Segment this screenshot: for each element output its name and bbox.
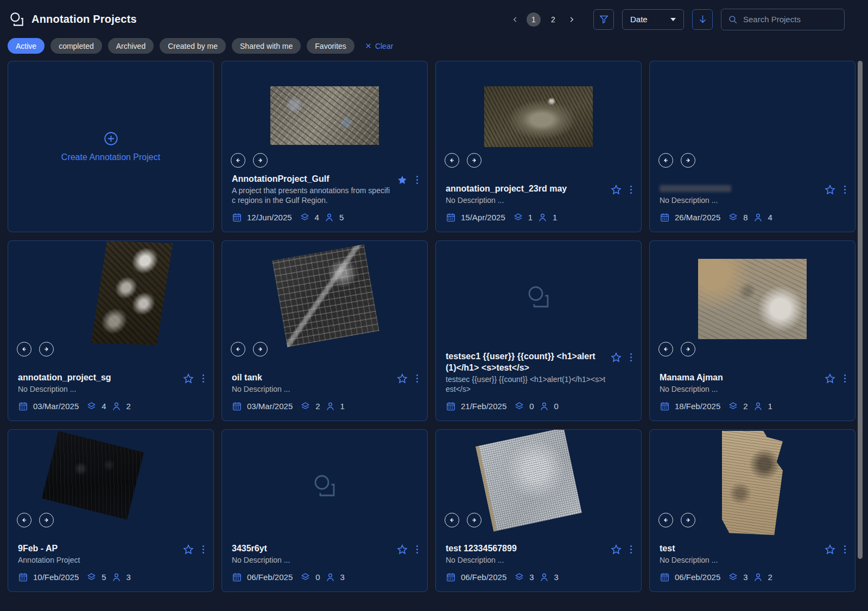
prev-image-button[interactable] [445, 153, 459, 168]
favorite-star-icon[interactable] [182, 373, 194, 385]
filter-button[interactable] [593, 9, 614, 30]
project-card[interactable]: test No Description ... [649, 429, 856, 592]
search-input[interactable] [743, 15, 838, 24]
more-options-icon[interactable] [629, 544, 633, 555]
thumbnail-nav [445, 153, 481, 168]
arrow-left-icon [235, 157, 242, 164]
project-thumbnail[interactable] [698, 259, 807, 339]
project-card[interactable]: testsec1 {{user}} {{count}} <h1>alert(1)… [435, 240, 642, 421]
project-description: Annotation Project [18, 555, 178, 565]
prev-image-button[interactable] [658, 153, 673, 168]
prev-page-icon[interactable] [509, 14, 521, 26]
more-options-icon[interactable] [415, 174, 419, 186]
project-thumbnail[interactable] [42, 431, 144, 519]
next-image-button[interactable] [681, 342, 695, 357]
more-options-icon[interactable] [415, 544, 419, 555]
next-image-button[interactable] [253, 153, 268, 168]
project-thumbnail[interactable] [484, 86, 593, 147]
next-image-button[interactable] [681, 153, 695, 168]
project-description: No Description ... [660, 195, 820, 205]
chip-created-by-me[interactable]: Created by me [160, 38, 226, 54]
project-thumbnail[interactable] [272, 244, 379, 347]
favorite-star-icon[interactable] [610, 544, 622, 556]
next-image-button[interactable] [681, 513, 695, 527]
favorite-star-icon[interactable] [610, 352, 622, 364]
card-actions [610, 351, 633, 364]
project-card[interactable]: annotation_project_sg No Description ... [8, 240, 214, 421]
card-actions [824, 372, 847, 385]
project-thumbnail[interactable] [91, 241, 173, 345]
favorite-star-icon[interactable] [396, 373, 408, 385]
favorite-star-icon[interactable] [396, 544, 408, 556]
sort-dropdown[interactable]: Date [622, 9, 684, 30]
search-icon [728, 15, 738, 24]
arrow-left-icon [662, 517, 669, 524]
arrow-left-icon [448, 157, 455, 164]
next-image-button[interactable] [39, 342, 54, 357]
chip-active[interactable]: Active [8, 38, 45, 54]
prev-image-button[interactable] [17, 513, 31, 527]
prev-image-button[interactable] [445, 513, 459, 527]
users-count: 4 [768, 213, 772, 222]
thumbnail-nav [17, 513, 54, 527]
more-options-icon[interactable] [629, 352, 633, 363]
project-thumbnail[interactable] [722, 431, 783, 535]
prev-image-button[interactable] [17, 342, 31, 357]
prev-image-button[interactable] [231, 153, 245, 168]
arrow-left-icon [662, 346, 669, 353]
more-options-icon[interactable] [415, 373, 419, 384]
more-options-icon[interactable] [843, 373, 847, 384]
layers-icon [86, 572, 97, 582]
project-thumbnail[interactable] [698, 68, 807, 164]
card-actions [396, 372, 419, 385]
favorite-star-icon[interactable] [182, 544, 194, 556]
calendar-icon [18, 572, 28, 582]
page-number-1[interactable]: 1 [527, 12, 541, 27]
project-card[interactable]: AnnotationProject_Gulf A project that pr… [221, 61, 428, 232]
prev-image-button[interactable] [658, 342, 673, 357]
card-actions [824, 543, 847, 556]
next-image-button[interactable] [253, 342, 268, 357]
page-number-2[interactable]: 2 [546, 12, 560, 27]
prev-image-button[interactable] [658, 513, 673, 527]
favorite-star-icon[interactable] [824, 544, 836, 556]
more-options-icon[interactable] [843, 184, 847, 195]
scrollbar-thumb[interactable] [858, 61, 863, 559]
project-card[interactable]: oil tank No Description ... [221, 240, 428, 421]
next-image-button[interactable] [467, 513, 481, 527]
project-date: 06/Feb/2025 [461, 572, 506, 582]
chip-shared-with-me[interactable]: Shared with me [232, 38, 301, 54]
more-options-icon[interactable] [843, 544, 847, 555]
more-options-icon[interactable] [201, 373, 205, 384]
next-image-button[interactable] [467, 153, 481, 168]
clear-filters-button[interactable]: Clear [365, 42, 393, 50]
search-box [721, 9, 845, 30]
create-project-card[interactable]: Create Annotation Project [8, 61, 214, 232]
next-page-icon[interactable] [566, 14, 578, 26]
project-card[interactable]: No Description ... 26/Mar/2025 [649, 61, 856, 232]
layers-icon [728, 401, 738, 411]
layers-count: 3 [743, 572, 747, 582]
chip-completed[interactable]: completed [50, 38, 102, 54]
favorite-star-icon[interactable] [824, 184, 836, 196]
favorite-star-icon[interactable] [396, 174, 408, 186]
card-meta: 10/Feb/2025 5 3 [18, 572, 205, 582]
project-card[interactable]: 9Feb - AP Annotation Project [8, 429, 214, 592]
sort-direction-button[interactable] [692, 9, 713, 30]
favorite-star-icon[interactable] [824, 373, 836, 385]
chip-favorites[interactable]: Favorites [307, 38, 354, 54]
arrow-left-icon [21, 517, 28, 524]
project-card[interactable]: Manama Ajman No Description ... [649, 240, 856, 421]
chip-archived[interactable]: Archived [108, 38, 154, 54]
next-image-button[interactable] [39, 513, 54, 527]
project-thumbnail[interactable] [270, 86, 379, 145]
project-card[interactable]: annotation_project_23rd may No Descripti… [435, 61, 642, 232]
prev-image-button[interactable] [231, 342, 245, 357]
more-options-icon[interactable] [629, 184, 633, 195]
favorite-star-icon[interactable] [610, 184, 622, 196]
project-card[interactable]: test 12334567899 No Description ... [435, 429, 642, 592]
more-options-icon[interactable] [201, 544, 205, 555]
project-card[interactable]: 3435r6yt No Description ... [221, 429, 428, 592]
project-thumbnail[interactable] [476, 429, 582, 532]
card-meta: 06/Feb/2025 0 3 [232, 572, 419, 582]
